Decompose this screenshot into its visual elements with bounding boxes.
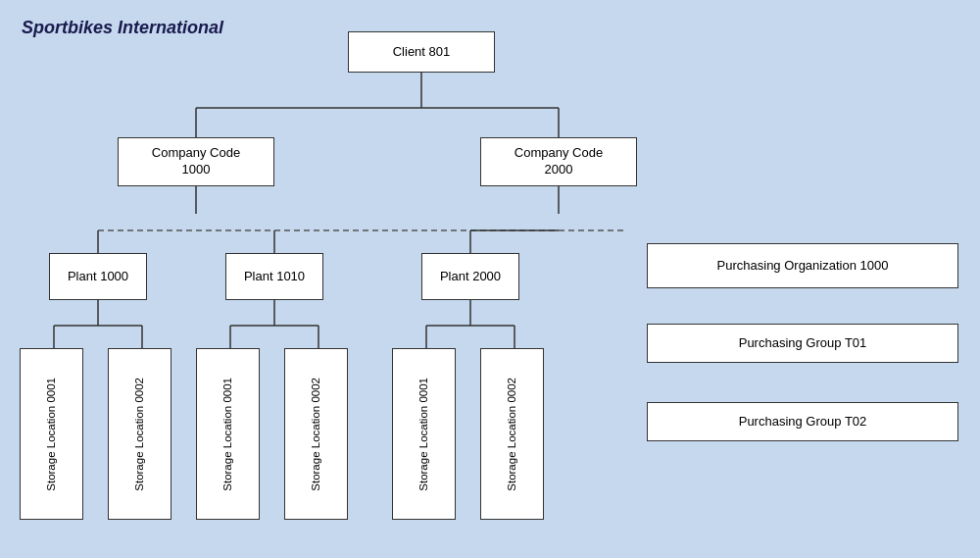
plant-1000-node: Plant 1000 — [49, 253, 147, 300]
plant-1010-node: Plant 1010 — [225, 253, 323, 300]
diagram: Sportbikes International Client 801 Comp… — [0, 0, 980, 558]
diagram-title: Sportbikes International — [22, 18, 223, 38]
storage-loc-2000-0001-node: Storage Location 0001 — [392, 348, 456, 520]
purchasing-group-t01-node: Purchasing Group T01 — [647, 324, 958, 363]
storage-loc-1000-0001-node: Storage Location 0001 — [20, 348, 83, 520]
company-code-2000-node: Company Code 2000 — [480, 137, 637, 186]
storage-loc-1000-0002-node: Storage Location 0002 — [108, 348, 172, 520]
client-node: Client 801 — [348, 31, 495, 73]
storage-loc-1010-0002-node: Storage Location 0002 — [284, 348, 348, 520]
purchasing-group-t02-node: Purchasing Group T02 — [647, 402, 958, 441]
purchasing-org-1000-node: Purchasing Organization 1000 — [647, 243, 958, 288]
company-code-1000-node: Company Code 1000 — [118, 137, 274, 186]
plant-2000-node: Plant 2000 — [421, 253, 519, 300]
storage-loc-1010-0001-node: Storage Location 0001 — [196, 348, 260, 520]
storage-loc-2000-0002-node: Storage Location 0002 — [480, 348, 544, 520]
